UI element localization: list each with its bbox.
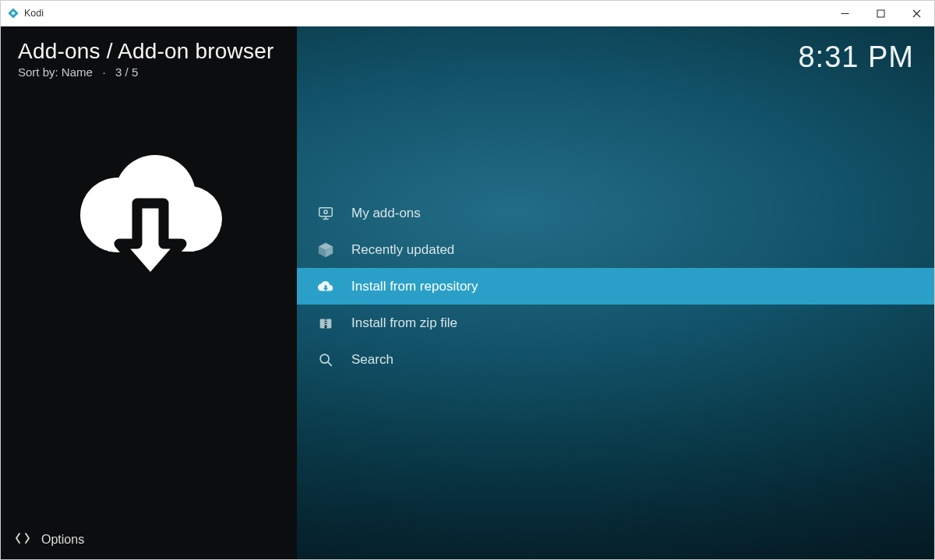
options-icon: [15, 530, 30, 549]
options-label: Options: [41, 533, 84, 547]
search-icon: [317, 351, 334, 368]
menu-item-my-addons[interactable]: My add-ons: [297, 195, 934, 231]
app-window: Kodi Add-ons / Add-on browser Sort by: N…: [0, 0, 935, 560]
download-cloud-icon: [63, 141, 235, 300]
menu-item-label: My add-ons: [351, 206, 421, 221]
position-indicator: 3 / 5: [115, 65, 138, 79]
monitor-icon: [317, 205, 334, 222]
zip-icon: [317, 315, 334, 332]
sidebar: Add-ons / Add-on browser Sort by: Name ·…: [1, 26, 297, 559]
menu-item-install-from-zip[interactable]: Install from zip file: [297, 305, 934, 341]
svg-line-20: [328, 361, 331, 365]
options-button[interactable]: Options: [1, 520, 297, 559]
breadcrumb: Add-ons / Add-on browser: [18, 39, 280, 64]
minimize-button[interactable]: [827, 1, 863, 26]
titlebar: Kodi: [1, 1, 934, 26]
menu-item-recently-updated[interactable]: Recently updated: [297, 231, 934, 268]
cloud-icon: [317, 278, 334, 295]
clock: 8:31 PM: [798, 41, 914, 74]
kodi-logo-icon: [7, 7, 19, 19]
sort-label: Sort by: Name: [18, 65, 93, 79]
close-button[interactable]: [898, 1, 934, 26]
menu-item-search[interactable]: Search: [297, 341, 934, 378]
menu-item-install-from-repository[interactable]: Install from repository: [297, 268, 934, 305]
svg-rect-18: [325, 323, 327, 324]
svg-rect-16: [325, 319, 327, 320]
menu-item-label: Recently updated: [351, 242, 454, 258]
box-icon: [317, 241, 334, 259]
sort-line: Sort by: Name · 3 / 5: [18, 65, 280, 79]
content-area: Add-ons / Add-on browser Sort by: Name ·…: [1, 26, 934, 559]
window-controls: [827, 1, 934, 26]
svg-rect-10: [319, 207, 333, 216]
menu-item-label: Install from zip file: [351, 315, 457, 331]
svg-point-13: [324, 210, 327, 213]
main-panel: 8:31 PM My add-ons: [297, 26, 934, 559]
menu-item-label: Install from repository: [351, 279, 478, 294]
window-title: Kodi: [24, 8, 44, 19]
sidebar-graphic: [1, 79, 297, 520]
maximize-button[interactable]: [863, 1, 898, 26]
header-block: Add-ons / Add-on browser Sort by: Name ·…: [1, 26, 297, 79]
menu-item-label: Search: [351, 352, 393, 368]
menu-list: My add-ons Recently updated: [297, 195, 934, 378]
separator-dot: ·: [96, 65, 112, 79]
titlebar-left: Kodi: [1, 7, 44, 19]
svg-rect-17: [325, 322, 327, 322]
svg-rect-3: [877, 10, 884, 17]
